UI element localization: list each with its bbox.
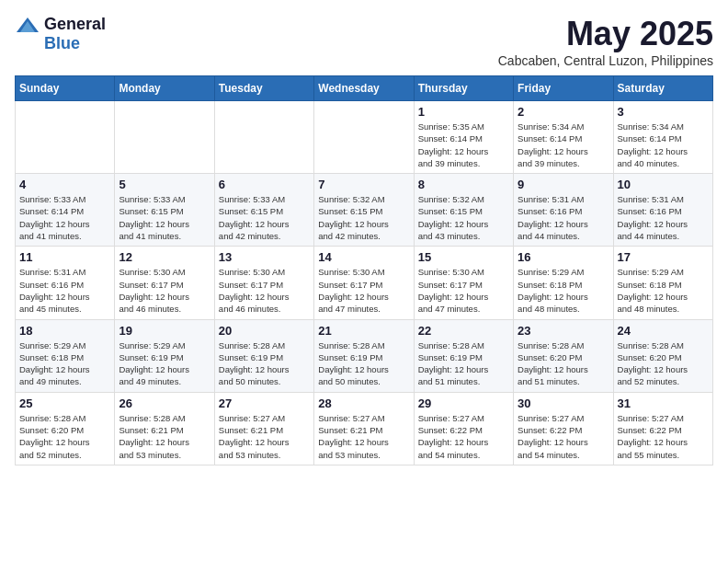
day-number: 31 [618,396,709,410]
day-number: 2 [518,105,609,119]
day-info: Sunrise: 5:30 AMSunset: 6:17 PMDaylight:… [119,266,210,315]
calendar-table: SundayMondayTuesdayWednesdayThursdayFrid… [15,75,713,465]
calendar-cell: 27Sunrise: 5:27 AMSunset: 6:21 PMDayligh… [214,392,313,465]
calendar-week-1: 1Sunrise: 5:35 AMSunset: 6:14 PMDaylight… [16,101,713,174]
calendar-cell: 19Sunrise: 5:29 AMSunset: 6:19 PMDayligh… [115,319,214,392]
calendar-cell: 15Sunrise: 5:30 AMSunset: 6:17 PMDayligh… [414,247,513,319]
day-number: 6 [219,178,310,191]
day-info: Sunrise: 5:27 AMSunset: 6:21 PMDaylight:… [219,412,310,461]
calendar-cell: 3Sunrise: 5:34 AMSunset: 6:14 PMDaylight… [613,101,712,174]
day-number: 23 [518,324,609,338]
day-info: Sunrise: 5:27 AMSunset: 6:21 PMDaylight:… [318,412,409,461]
day-info: Sunrise: 5:28 AMSunset: 6:20 PMDaylight:… [518,339,609,388]
day-number: 15 [418,250,509,264]
day-number: 24 [618,324,709,338]
calendar-week-4: 18Sunrise: 5:29 AMSunset: 6:18 PMDayligh… [16,319,713,392]
day-number: 18 [19,324,110,338]
day-info: Sunrise: 5:33 AMSunset: 6:14 PMDaylight:… [19,193,110,242]
calendar-cell: 31Sunrise: 5:27 AMSunset: 6:22 PMDayligh… [613,392,712,465]
day-number: 1 [418,105,509,119]
day-info: Sunrise: 5:29 AMSunset: 6:18 PMDaylight:… [618,266,709,315]
day-number: 28 [318,396,409,410]
calendar-cell: 22Sunrise: 5:28 AMSunset: 6:19 PMDayligh… [414,319,513,392]
calendar-cell: 14Sunrise: 5:30 AMSunset: 6:17 PMDayligh… [314,247,414,319]
day-number: 20 [219,324,310,338]
day-number: 16 [518,250,609,264]
day-info: Sunrise: 5:28 AMSunset: 6:20 PMDaylight:… [618,339,709,388]
weekday-header-friday: Friday [514,76,613,101]
day-number: 8 [418,178,509,191]
day-info: Sunrise: 5:31 AMSunset: 6:16 PMDaylight:… [518,193,609,242]
day-number: 10 [618,178,709,191]
day-info: Sunrise: 5:31 AMSunset: 6:16 PMDaylight:… [618,193,709,242]
calendar-cell: 6Sunrise: 5:33 AMSunset: 6:15 PMDaylight… [214,174,313,247]
title-area: May 2025 Cabcaben, Central Luzon, Philip… [498,15,713,68]
calendar-cell [314,101,414,174]
day-info: Sunrise: 5:35 AMSunset: 6:14 PMDaylight:… [418,121,509,169]
calendar-cell [16,101,115,174]
weekday-header-wednesday: Wednesday [314,76,414,101]
weekday-header-monday: Monday [115,76,214,101]
calendar-cell: 9Sunrise: 5:31 AMSunset: 6:16 PMDaylight… [514,174,613,247]
weekday-header-saturday: Saturday [613,76,712,101]
calendar-cell: 10Sunrise: 5:31 AMSunset: 6:16 PMDayligh… [613,174,712,247]
day-info: Sunrise: 5:28 AMSunset: 6:19 PMDaylight:… [318,339,409,388]
day-number: 17 [618,250,709,264]
logo-blue: Blue [44,34,80,53]
day-number: 9 [518,178,609,191]
day-info: Sunrise: 5:32 AMSunset: 6:15 PMDaylight:… [318,193,409,242]
logo-general: General [44,15,106,34]
calendar-cell: 12Sunrise: 5:30 AMSunset: 6:17 PMDayligh… [115,247,214,319]
day-info: Sunrise: 5:29 AMSunset: 6:19 PMDaylight:… [119,339,210,388]
calendar-location: Cabcaben, Central Luzon, Philippines [498,53,713,68]
calendar-cell: 28Sunrise: 5:27 AMSunset: 6:21 PMDayligh… [314,392,414,465]
day-info: Sunrise: 5:32 AMSunset: 6:15 PMDaylight:… [418,193,509,242]
day-info: Sunrise: 5:28 AMSunset: 6:19 PMDaylight:… [418,339,509,388]
day-info: Sunrise: 5:27 AMSunset: 6:22 PMDaylight:… [418,412,509,461]
calendar-cell: 1Sunrise: 5:35 AMSunset: 6:14 PMDaylight… [414,101,513,174]
calendar-cell: 11Sunrise: 5:31 AMSunset: 6:16 PMDayligh… [16,247,115,319]
calendar-cell: 30Sunrise: 5:27 AMSunset: 6:22 PMDayligh… [514,392,613,465]
day-number: 11 [19,250,110,264]
calendar-cell [115,101,214,174]
calendar-cell: 25Sunrise: 5:28 AMSunset: 6:20 PMDayligh… [16,392,115,465]
calendar-cell: 18Sunrise: 5:29 AMSunset: 6:18 PMDayligh… [16,319,115,392]
day-info: Sunrise: 5:29 AMSunset: 6:18 PMDaylight:… [518,266,609,315]
day-number: 29 [418,396,509,410]
header: General Blue May 2025 Cabcaben, Central … [15,15,713,68]
day-number: 22 [418,324,509,338]
day-info: Sunrise: 5:27 AMSunset: 6:22 PMDaylight:… [618,412,709,461]
day-number: 5 [119,178,210,191]
day-number: 25 [19,396,110,410]
calendar-cell: 21Sunrise: 5:28 AMSunset: 6:19 PMDayligh… [314,319,414,392]
calendar-cell: 29Sunrise: 5:27 AMSunset: 6:22 PMDayligh… [414,392,513,465]
calendar-week-3: 11Sunrise: 5:31 AMSunset: 6:16 PMDayligh… [16,247,713,319]
calendar-cell: 20Sunrise: 5:28 AMSunset: 6:19 PMDayligh… [214,319,313,392]
day-number: 30 [518,396,609,410]
calendar-cell: 4Sunrise: 5:33 AMSunset: 6:14 PMDaylight… [16,174,115,247]
calendar-cell [214,101,313,174]
calendar-cell: 17Sunrise: 5:29 AMSunset: 6:18 PMDayligh… [613,247,712,319]
calendar-week-2: 4Sunrise: 5:33 AMSunset: 6:14 PMDaylight… [16,174,713,247]
calendar-cell: 5Sunrise: 5:33 AMSunset: 6:15 PMDaylight… [115,174,214,247]
calendar-cell: 24Sunrise: 5:28 AMSunset: 6:20 PMDayligh… [613,319,712,392]
day-number: 13 [219,250,310,264]
calendar-cell: 16Sunrise: 5:29 AMSunset: 6:18 PMDayligh… [514,247,613,319]
day-info: Sunrise: 5:28 AMSunset: 6:19 PMDaylight:… [219,339,310,388]
day-info: Sunrise: 5:29 AMSunset: 6:18 PMDaylight:… [19,339,110,388]
calendar-cell: 13Sunrise: 5:30 AMSunset: 6:17 PMDayligh… [214,247,313,319]
day-number: 3 [618,105,709,119]
calendar-cell: 7Sunrise: 5:32 AMSunset: 6:15 PMDaylight… [314,174,414,247]
day-number: 21 [318,324,409,338]
day-info: Sunrise: 5:30 AMSunset: 6:17 PMDaylight:… [418,266,509,315]
weekday-header-sunday: Sunday [16,76,115,101]
day-number: 7 [318,178,409,191]
day-info: Sunrise: 5:34 AMSunset: 6:14 PMDaylight:… [618,121,709,169]
day-number: 19 [119,324,210,338]
weekday-header-row: SundayMondayTuesdayWednesdayThursdayFrid… [16,76,713,101]
day-info: Sunrise: 5:30 AMSunset: 6:17 PMDaylight:… [318,266,409,315]
day-info: Sunrise: 5:27 AMSunset: 6:22 PMDaylight:… [518,412,609,461]
calendar-cell: 26Sunrise: 5:28 AMSunset: 6:21 PMDayligh… [115,392,214,465]
day-number: 12 [119,250,210,264]
logo-icon [15,16,40,34]
